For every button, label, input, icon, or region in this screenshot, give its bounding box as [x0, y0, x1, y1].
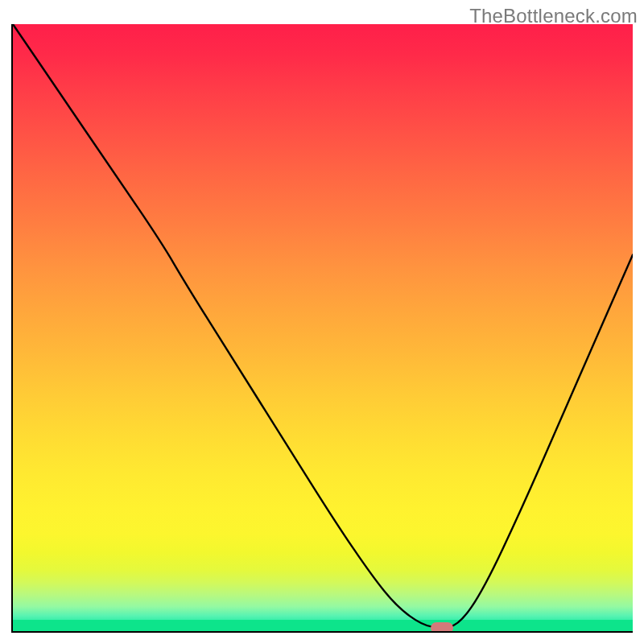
plot-area	[11, 24, 633, 633]
chart-container: TheBottleneck.com	[0, 0, 644, 644]
optimal-indicator	[431, 622, 453, 633]
bottleneck-curve	[13, 24, 633, 631]
